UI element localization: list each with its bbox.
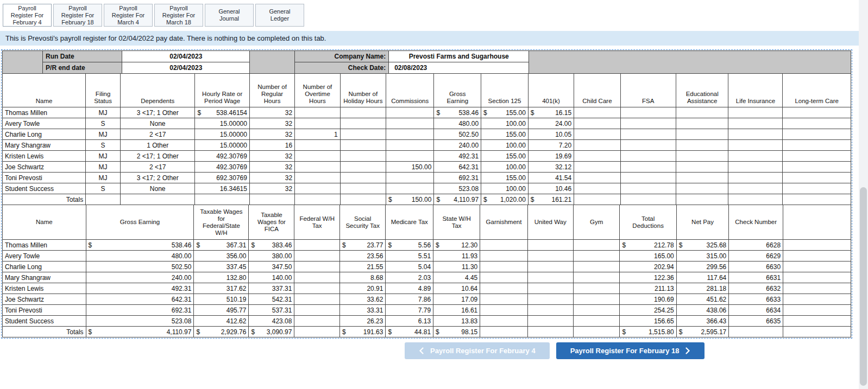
cell: 523.08 [434, 183, 481, 194]
cell [480, 283, 527, 294]
cell: 423.08 [249, 316, 294, 327]
cell: $98.15 [433, 327, 480, 337]
cell: $1,020.00 [481, 194, 529, 205]
cell [728, 194, 783, 205]
column-header: Gross Earning [434, 74, 481, 107]
column-header [783, 205, 851, 240]
cell [728, 107, 783, 118]
cell: $3,090.97 [249, 327, 294, 337]
cell: 2.03 [386, 272, 433, 283]
cell: S [86, 140, 121, 151]
cell: $5.56 [386, 240, 433, 251]
tab-payroll-register-for-february-4[interactable]: Payroll Register For February 4 [3, 4, 52, 27]
cell [783, 251, 851, 262]
cell [573, 327, 620, 337]
scrollbar-thumb[interactable] [860, 187, 867, 386]
cell [527, 240, 573, 251]
cell: 32 [249, 118, 294, 129]
cell [728, 118, 783, 129]
cell [480, 240, 527, 251]
cell: 438.06 [676, 305, 728, 316]
employee-row: Student SuccessSNone16.3461532523.08100.… [3, 183, 851, 194]
cell [480, 272, 527, 283]
cell [294, 294, 339, 305]
cell [574, 107, 620, 118]
cell: 26.23 [339, 316, 386, 327]
column-header: State W/H Tax [433, 205, 480, 240]
info-banner: This is Prevosti's payroll register for … [0, 31, 859, 46]
cell [574, 173, 620, 183]
cell [527, 294, 573, 305]
cell: 480.00 [434, 118, 481, 129]
cell [294, 327, 339, 337]
column-header: Taxable Wages for Federal/State W/H [194, 205, 249, 240]
cell [527, 272, 573, 283]
prev-tab-button[interactable]: Payroll Register For February 4 [405, 342, 550, 359]
cell: 6629 [729, 251, 783, 262]
tab-payroll-register-for-february-18[interactable]: Payroll Register For February 18 [53, 4, 102, 27]
cell: 380.00 [249, 251, 294, 262]
cell: $367.31 [194, 240, 249, 251]
cell: 32 [249, 183, 294, 194]
column-header: Net Pay [676, 205, 728, 240]
cell: 7.20 [528, 140, 574, 151]
totals-label: Totals [3, 194, 86, 205]
cell: 510.19 [194, 294, 249, 305]
cell: 6634 [729, 305, 783, 316]
cell: 41.54 [528, 173, 574, 183]
cell: 155.00 [481, 129, 529, 140]
employee-name: Charlie Long [3, 262, 86, 272]
cell: $161.21 [528, 194, 574, 205]
cell [294, 283, 339, 294]
tab-general-ledger[interactable]: General Ledger [255, 4, 304, 27]
column-header: Number of Regular Hours [249, 74, 294, 107]
cell [573, 240, 620, 251]
column-header: Life Insurance [728, 74, 783, 107]
tab-payroll-register-for-march-4[interactable]: Payroll Register For March 4 [104, 4, 153, 27]
cell: 190.69 [620, 294, 676, 305]
employee-row: Thomas Millen$538.46$367.31$383.46$23.77… [3, 240, 851, 251]
cell [480, 294, 527, 305]
cell [527, 316, 573, 327]
cell [573, 305, 620, 316]
cell: 502.50 [86, 262, 194, 272]
cell: 1 [295, 129, 341, 140]
run-date-value: 02/04/2023 [122, 51, 250, 62]
pr-end-date-value: 02/04/2023 [122, 62, 250, 74]
cell [295, 140, 341, 151]
cell: 33.31 [339, 305, 386, 316]
check-date-value: 02/08/2023 [389, 62, 529, 74]
vertical-scrollbar[interactable] [859, 0, 868, 389]
cell [574, 140, 620, 151]
tab-general-journal[interactable]: General Journal [205, 4, 254, 27]
cell [783, 107, 851, 118]
pager: Payroll Register For February 4 Payroll … [405, 342, 868, 359]
cell: MJ [86, 162, 121, 173]
cell: 140.00 [249, 272, 294, 283]
cell: 642.31 [86, 294, 194, 305]
tab-payroll-register-for-march-18[interactable]: Payroll Register For March 18 [154, 4, 203, 27]
column-header: Total Deductions [620, 205, 676, 240]
cell: 19.69 [528, 151, 574, 162]
cell [249, 194, 294, 205]
cell: 150.00 [386, 162, 433, 173]
cell: 412.62 [194, 316, 249, 327]
employee-name: Avery Towle [3, 251, 86, 262]
column-header: Hourly Rate or Period Wage [195, 74, 250, 107]
cell [386, 183, 433, 194]
cell: 366.43 [676, 316, 728, 327]
register-meta: Run Date 02/04/2023 Company Name: Prevos… [2, 50, 851, 74]
cell [676, 151, 728, 162]
cell [783, 118, 851, 129]
tab-bar: Payroll Register For February 4Payroll R… [0, 0, 868, 27]
cell: 17.09 [433, 294, 480, 305]
earnings-table: NameFiling StatusDependentsHourly Rate o… [2, 73, 851, 205]
cell [480, 316, 527, 327]
cell [340, 194, 386, 205]
payroll-register-sheet: Run Date 02/04/2023 Company Name: Prevos… [1, 49, 852, 339]
cell: 33.62 [339, 294, 386, 305]
cell [295, 107, 341, 118]
next-tab-button[interactable]: Payroll Register For February 18 [556, 342, 705, 359]
cell [340, 151, 386, 162]
cell [783, 240, 851, 251]
